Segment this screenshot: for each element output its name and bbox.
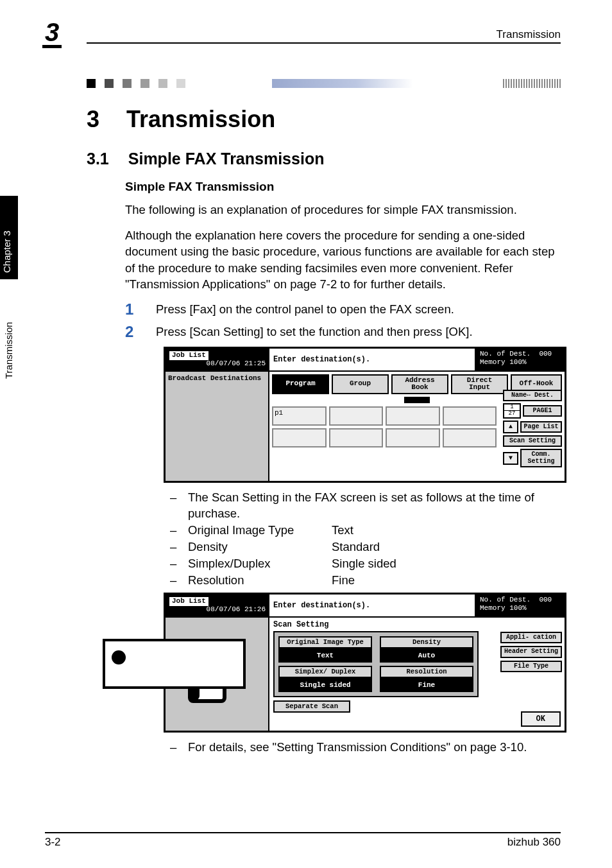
decor-bar <box>87 79 561 88</box>
lcd1-prompt: Enter destination(s). <box>268 349 475 370</box>
lcd1-down-arrow[interactable]: ▼ <box>503 452 518 465</box>
footnote-text: For details, see "Setting Transmission C… <box>188 739 527 756</box>
lcd-screenshot-1: Job List 08/07/06 21:25 Enter destinatio… <box>164 347 561 483</box>
lcd1-dest-cell[interactable] <box>443 428 497 447</box>
lcd-panel-2: Job List 08/07/06 21:26 Enter destinatio… <box>164 593 566 733</box>
lcd1-dest-cell[interactable] <box>329 406 384 426</box>
lcd1-header-right: No. of Dest. 000 Memory 100% <box>475 349 565 370</box>
spec-2-value: Single sided <box>332 555 396 572</box>
lcd2-header-setting-button[interactable]: Header Setting <box>500 646 562 658</box>
lcd1-main: Program Group Address Book Direct Input … <box>268 370 565 481</box>
lcd2-header-right: No. of Dest. 000 Memory 100% <box>475 595 565 616</box>
note-block: –The Scan Setting in the FAX screen is s… <box>170 489 561 589</box>
lcd2-orig-button[interactable]: Text <box>278 648 372 663</box>
lcd2-density-button[interactable]: Auto <box>380 648 473 663</box>
lcd-panel-1: Job List 08/07/06 21:25 Enter destinatio… <box>164 347 566 483</box>
lcd1-page-counter-top: 1 <box>504 404 520 410</box>
spec-3-value: Fine <box>332 572 355 589</box>
side-tab-book-label: Transmission <box>3 322 14 379</box>
lcd2-settings-grid: Original Image Type Text Density Auto Si… <box>273 631 479 697</box>
running-header: Transmission <box>87 28 561 44</box>
lcd2-right-buttons: Appli- cation Header Setting File Type <box>500 632 562 673</box>
lcd2-duplex-button[interactable]: Single sided <box>278 678 372 692</box>
spec-2-label: Simplex/Duplex <box>188 555 323 572</box>
lcd2-separate-scan-button[interactable]: Separate Scan <box>273 700 350 713</box>
step-1-text: Press [Fax] on the control panel to open… <box>156 302 454 318</box>
section-title: Simple FAX Transmission <box>128 150 325 168</box>
side-tab-chapter-label: Chapter 3 <box>1 230 12 273</box>
lcd2-sidebar <box>166 616 268 731</box>
lcd2-panel-title: Scan Setting <box>273 620 562 629</box>
lcd2-file-type-button[interactable]: File Type <box>500 661 562 673</box>
lcd1-dest-label: No. of Dest. <box>480 350 531 358</box>
footer: 3-2 bizhub 360 <box>45 832 561 849</box>
lcd1-dest-cell-p1[interactable]: p1 <box>272 406 327 426</box>
step-2-text: Press [Scan Setting] to set the function… <box>156 324 473 340</box>
page: 3 Transmission Chapter 3 Transmission 3T… <box>0 0 612 868</box>
lcd2-duplex-label: Simplex/ Duplex <box>278 666 372 678</box>
spec-0-value: Text <box>332 522 353 539</box>
step-2-number: 2 <box>125 324 138 340</box>
document-icon <box>188 639 246 709</box>
lcd2-density-label: Density <box>380 636 473 648</box>
spec-0-label: Original Image Type <box>188 522 323 539</box>
lcd2-header-left: Job List 08/07/06 21:26 <box>166 595 268 616</box>
spec-3-label: Resolution <box>188 572 323 589</box>
lcd1-dest-grid: p1 <box>272 406 497 447</box>
lcd1-dest-cell[interactable] <box>386 406 440 426</box>
lcd1-scan-setting-button[interactable]: Scan Setting <box>503 435 562 447</box>
decor-hatch <box>503 79 561 88</box>
lcd2-datetime: 08/07/06 21:26 <box>169 606 268 614</box>
subsection-heading: Simple FAX Transmission <box>125 180 561 194</box>
lcd1-sidebar: Broadcast Destinations <box>166 370 268 481</box>
note-intro: The Scan Setting in the FAX screen is se… <box>188 489 561 523</box>
chapter-title-text: Transmission <box>126 106 275 132</box>
chapter-number: 3 <box>87 106 99 132</box>
section-number: 3.1 <box>87 150 109 168</box>
section-heading: 3.1Simple FAX Transmission <box>87 150 561 168</box>
footnote-block: –For details, see "Setting Transmission … <box>170 739 561 756</box>
lcd1-job-list-button[interactable]: Job List <box>169 351 208 360</box>
lcd-screenshot-2: Job List 08/07/06 21:26 Enter destinatio… <box>164 593 561 733</box>
lcd1-right-buttons: Name↔ Dest. 1 27 PAGE1 ▲ Page List <box>503 390 562 468</box>
chapter-corner: 3 <box>42 19 71 48</box>
lcd1-dest-cell[interactable] <box>443 406 497 426</box>
paragraph-1: The following is an explanation of proce… <box>125 202 561 218</box>
lcd2-job-list-button[interactable]: Job List <box>169 597 208 606</box>
step-1-number: 1 <box>125 302 138 317</box>
lcd2-application-button[interactable]: Appli- cation <box>500 632 562 644</box>
lcd2-ok-button[interactable]: OK <box>521 711 561 727</box>
lcd1-tab-direct-input[interactable]: Direct Input <box>451 374 508 394</box>
lcd1-comm-setting-button[interactable]: Comm. Setting <box>520 449 562 467</box>
lcd2-resolution-button[interactable]: Fine <box>380 678 473 692</box>
spec-1-value: Standard <box>332 539 380 555</box>
lcd1-page1-button[interactable]: PAGE1 <box>523 405 562 417</box>
lcd2-resolution-label: Resolution <box>380 666 473 678</box>
lcd1-dest-cell[interactable] <box>272 428 327 447</box>
step-2: 2 Press [Scan Setting] to set the functi… <box>125 324 561 340</box>
lcd1-memory: Memory 100% <box>480 358 561 367</box>
footer-model: bizhub 360 <box>507 836 561 849</box>
paragraph-2: Although the explanation here covers the… <box>125 227 561 293</box>
lcd1-dest-cell[interactable] <box>329 428 384 447</box>
lcd1-page-counter-bottom: 27 <box>504 410 520 417</box>
lcd1-dest-count: 000 <box>539 350 552 358</box>
lcd1-tab-program[interactable]: Program <box>272 374 329 394</box>
side-tab: Chapter 3 Transmission <box>0 193 26 385</box>
lcd2-orig-label: Original Image Type <box>278 636 372 648</box>
decor-stripe <box>272 79 413 88</box>
lcd2-prompt: Enter destination(s). <box>268 595 475 616</box>
lcd1-datetime: 08/07/06 21:25 <box>169 360 268 368</box>
lcd1-up-arrow[interactable]: ▲ <box>503 421 518 433</box>
spec-1-label: Density <box>188 539 323 555</box>
lcd1-page-list-button[interactable]: Page List <box>520 421 562 433</box>
chapter-title: 3Transmission <box>87 106 561 133</box>
lcd1-name-dest-button[interactable]: Name↔ Dest. <box>503 390 562 402</box>
lcd1-indicator <box>404 397 430 403</box>
lcd2-dest-count: 000 <box>539 596 552 603</box>
lcd1-tab-group[interactable]: Group <box>332 374 389 394</box>
lcd1-dest-cell[interactable] <box>386 428 440 447</box>
lcd1-tab-address-book[interactable]: Address Book <box>391 374 448 394</box>
lcd1-header-left: Job List 08/07/06 21:25 <box>166 349 268 370</box>
step-1: 1 Press [Fax] on the control panel to op… <box>125 302 561 318</box>
